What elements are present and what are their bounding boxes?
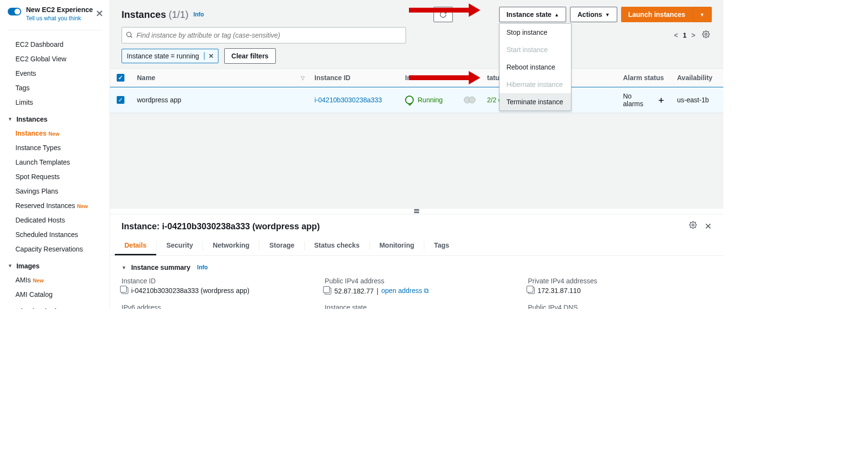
nav-tags[interactable]: Tags — [0, 81, 109, 95]
nav-ami-catalog[interactable]: AMI Catalog — [0, 287, 109, 302]
pager-prev[interactable]: < — [674, 31, 678, 39]
tab-status-checks[interactable]: Status checks — [305, 237, 369, 255]
copy-icon[interactable] — [325, 288, 331, 294]
details-tabs: Details Security Networking Storage Stat… — [110, 237, 723, 256]
field-private-ipv4: Private IPv4 addresses 172.31.87.110 — [528, 277, 712, 295]
dropdown-start-instance: Start instance — [500, 41, 571, 58]
dropdown-stop-instance[interactable]: Stop instance — [500, 24, 571, 41]
nav-amis[interactable]: AMIsNew — [0, 273, 109, 287]
summary-info-link[interactable]: Info — [197, 264, 208, 271]
col-alarm-status[interactable]: Alarm status — [623, 74, 664, 82]
instance-summary-toggle[interactable]: Instance summary Info — [122, 264, 712, 271]
svg-point-0 — [127, 32, 131, 37]
nav-section-images[interactable]: Images — [0, 256, 109, 273]
col-name[interactable]: Name — [137, 74, 155, 82]
panel-splitter[interactable]: 〓 — [110, 208, 723, 214]
filter-chip-instance-state: Instance state = running ✕ — [122, 49, 218, 63]
cell-state: Running — [405, 96, 443, 104]
col-availability-zone[interactable]: Availability — [677, 74, 712, 82]
nav-launch-templates[interactable]: Launch Templates — [0, 155, 109, 169]
instance-state-dropdown: Stop instance Start instance Reboot inst… — [499, 23, 571, 111]
sidebar: New EC2 Experience Tell us what you thin… — [0, 0, 110, 309]
dropdown-terminate-instance[interactable]: Terminate instance — [500, 93, 571, 111]
details-title: Instance: i-04210b3030238a333 (wordpress… — [122, 222, 320, 232]
nav-scheduled-instances[interactable]: Scheduled Instances — [0, 227, 109, 242]
filter-chip-remove[interactable]: ✕ — [204, 52, 218, 60]
launch-instances-button[interactable]: Launch instances — [621, 7, 692, 22]
clear-filters-button[interactable]: Clear filters — [224, 48, 276, 64]
svg-point-2 — [705, 33, 707, 35]
instance-state-button[interactable]: Instance state▲ — [499, 7, 566, 22]
table-row[interactable]: ✓ wordpress app i-04210b3030238a333 Runn… — [110, 87, 723, 113]
nav-ec2-dashboard[interactable]: EC2 Dashboard — [0, 37, 109, 52]
sort-icon[interactable]: ▽ — [301, 75, 305, 81]
dropdown-hibernate-instance: Hibernate instance — [500, 76, 571, 93]
nav-instances[interactable]: InstancesNew — [0, 126, 109, 140]
field-instance-state: Instance state Running — [325, 304, 508, 309]
field-public-ipv4: Public IPv4 address 52.87.182.77|open ad… — [325, 277, 508, 295]
tab-storage[interactable]: Storage — [259, 237, 304, 255]
sidebar-nav: EC2 Dashboard EC2 Global View Events Tag… — [0, 34, 109, 309]
nav-section-ebs[interactable]: Elastic Block Store — [0, 302, 109, 309]
tab-security[interactable]: Security — [157, 237, 203, 255]
add-alarm-button[interactable]: ＋ — [657, 94, 665, 106]
open-address-link[interactable]: open address ⧉ — [381, 287, 429, 295]
caret-down-icon: ▼ — [605, 12, 610, 17]
details-settings-icon[interactable] — [689, 221, 697, 232]
caret-down-icon: ▼ — [700, 12, 705, 17]
page-title: Instances (1/1) — [122, 9, 189, 20]
details-panel: Instance: i-04210b3030238a333 (wordpress… — [110, 214, 723, 309]
experience-feedback-link[interactable]: Tell us what you think — [26, 15, 81, 22]
field-ipv6: IPv6 address – — [122, 304, 305, 309]
search-icon — [125, 31, 133, 40]
svg-point-3 — [692, 224, 694, 226]
cell-az: us-east-1b — [671, 91, 719, 109]
field-public-dns: Public IPv4 DNS ec2-52-87-182-77.compute… — [528, 304, 712, 309]
copy-icon[interactable] — [122, 287, 128, 294]
cell-instance-id-link[interactable]: i-04210b3030238a333 — [314, 96, 382, 104]
svg-line-1 — [131, 36, 132, 38]
caret-up-icon: ▲ — [555, 12, 559, 17]
select-all-checkbox[interactable]: ✓ — [117, 74, 124, 82]
state-detail-icon[interactable] — [466, 97, 475, 103]
tab-monitoring[interactable]: Monitoring — [370, 237, 424, 255]
tab-details[interactable]: Details — [115, 237, 156, 255]
details-close-icon[interactable]: ✕ — [705, 221, 712, 232]
nav-ec2-global-view[interactable]: EC2 Global View — [0, 52, 109, 66]
main-content: Instances (1/1) Info Instance state▲ Sto… — [110, 0, 723, 309]
field-instance-id: Instance ID i-04210b3030238a333 (wordpre… — [122, 277, 305, 295]
sidebar-close-icon[interactable]: ✕ — [95, 8, 104, 19]
nav-section-instances[interactable]: Instances — [0, 110, 109, 126]
actions-button[interactable]: Actions▼ — [570, 7, 617, 22]
info-link[interactable]: Info — [193, 11, 204, 18]
nav-dedicated-hosts[interactable]: Dedicated Hosts — [0, 213, 109, 227]
pager-page: 1 — [683, 31, 687, 39]
experience-title: New EC2 Experience — [26, 6, 93, 14]
nav-events[interactable]: Events — [0, 66, 109, 81]
col-instance-id[interactable]: Instance ID — [314, 74, 351, 82]
experience-toggle[interactable] — [8, 8, 21, 15]
nav-capacity-reservations[interactable]: Capacity Reservations — [0, 242, 109, 256]
row-checkbox[interactable]: ✓ — [117, 96, 124, 104]
annotation-arrow-terminate — [409, 73, 480, 82]
dropdown-reboot-instance[interactable]: Reboot instance — [500, 58, 571, 76]
nav-savings-plans[interactable]: Savings Plans — [0, 184, 109, 198]
tab-networking[interactable]: Networking — [203, 237, 259, 255]
tab-tags[interactable]: Tags — [424, 237, 459, 255]
gear-icon — [702, 30, 710, 38]
nav-spot-requests[interactable]: Spot Requests — [0, 169, 109, 184]
search-input[interactable] — [122, 27, 406, 43]
annotation-arrow-instance-state — [409, 6, 480, 14]
launch-instances-caret[interactable]: ▼ — [692, 7, 712, 22]
table-settings-button[interactable] — [700, 28, 712, 42]
external-link-icon: ⧉ — [424, 287, 429, 294]
cell-name: wordpress app — [131, 91, 309, 109]
nav-limits[interactable]: Limits — [0, 95, 109, 110]
pager-next[interactable]: > — [692, 31, 695, 39]
nav-instance-types[interactable]: Instance Types — [0, 140, 109, 155]
copy-icon[interactable] — [528, 287, 535, 294]
nav-reserved-instances[interactable]: Reserved InstancesNew — [0, 198, 109, 213]
cell-alarm: No alarms — [623, 92, 652, 108]
